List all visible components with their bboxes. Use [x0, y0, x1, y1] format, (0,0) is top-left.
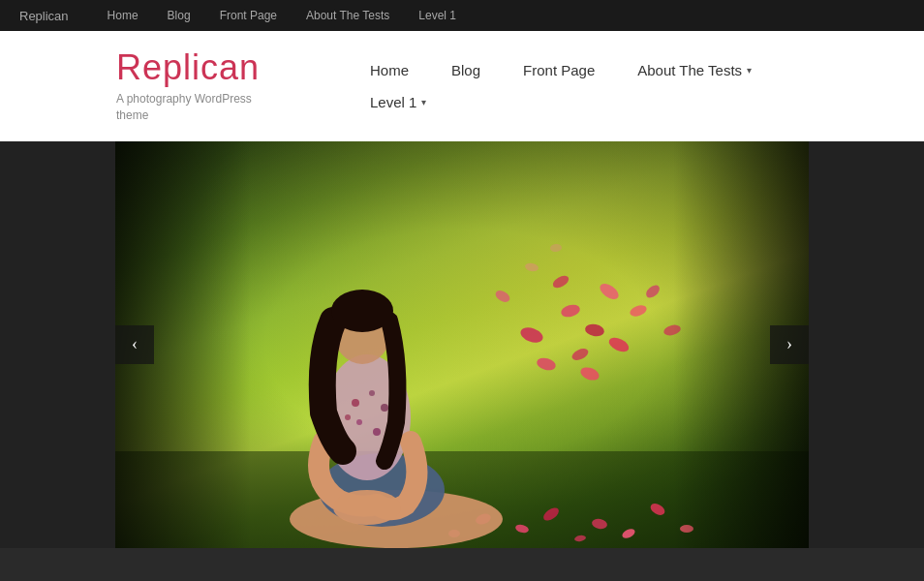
nav-row-2: Level 1 ▾ [349, 90, 873, 114]
abouttests-dropdown-arrow: ▾ [747, 65, 752, 76]
svg-point-32 [494, 288, 512, 304]
svg-point-30 [536, 355, 557, 372]
svg-point-23 [560, 302, 581, 319]
main-nav-blog[interactable]: Blog [430, 58, 502, 82]
svg-point-34 [579, 365, 601, 382]
svg-point-14 [369, 390, 375, 396]
svg-point-24 [598, 280, 622, 301]
topbar-nav-abouttests[interactable]: About The Tests [306, 9, 389, 22]
topbar-nav-home[interactable]: Home [108, 9, 139, 22]
svg-point-29 [644, 283, 662, 300]
topbar-nav-frontpage[interactable]: Front Page [220, 9, 277, 22]
main-nav: Home Blog Front Page About The Tests ▾ L… [349, 50, 873, 114]
svg-point-26 [584, 322, 605, 337]
main-nav-level1[interactable]: Level 1 ▾ [349, 90, 447, 114]
topbar: Replican Home Blog Front Page About The … [0, 0, 924, 31]
svg-point-35 [524, 261, 539, 271]
content-wrapper: ‹ › [0, 141, 924, 548]
svg-point-25 [551, 273, 571, 290]
svg-point-22 [518, 324, 544, 345]
svg-point-21 [331, 290, 393, 332]
nav-row-1: Home Blog Front Page About The Tests ▾ [349, 58, 873, 82]
svg-point-13 [352, 399, 359, 407]
hero-slider: ‹ › [115, 141, 809, 548]
svg-point-28 [606, 335, 631, 354]
topbar-brand: Replican [19, 9, 69, 23]
level1-dropdown-arrow: ▾ [421, 97, 426, 107]
svg-point-15 [381, 404, 388, 412]
main-nav-frontpage[interactable]: Front Page [502, 58, 616, 82]
slider-prev-button[interactable]: ‹ [115, 325, 154, 364]
site-identity: Replican A photography WordPress theme [116, 50, 291, 124]
topbar-nav-level1[interactable]: Level 1 [418, 9, 456, 22]
svg-point-16 [356, 419, 362, 425]
site-title[interactable]: Replican [116, 50, 291, 85]
svg-point-18 [345, 414, 351, 420]
svg-point-17 [373, 428, 381, 436]
svg-point-19 [333, 490, 401, 525]
main-nav-abouttests[interactable]: About The Tests ▾ [616, 58, 773, 82]
svg-point-31 [570, 346, 591, 362]
site-header: Replican A photography WordPress theme H… [0, 31, 924, 141]
main-nav-home[interactable]: Home [349, 58, 430, 82]
svg-point-36 [550, 243, 563, 252]
slider-next-button[interactable]: › [770, 325, 809, 364]
topbar-nav-blog[interactable]: Blog [168, 9, 191, 22]
svg-point-27 [629, 303, 648, 319]
site-tagline: A photography WordPress theme [116, 91, 252, 124]
